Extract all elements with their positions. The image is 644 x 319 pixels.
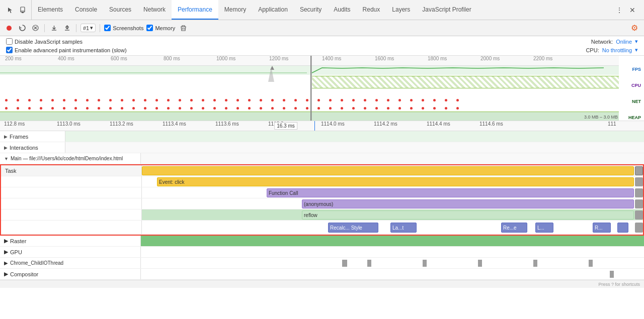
tab-security[interactable]: Security: [294, 0, 328, 20]
chrome-childio-arrow[interactable]: ▶: [4, 260, 8, 266]
tab-network[interactable]: Network: [137, 0, 172, 20]
main-label[interactable]: ▼ Main — file:///Users/klx/code/htmlDemo…: [0, 153, 141, 164]
upload-button[interactable]: [49, 23, 59, 33]
tab-layers[interactable]: Layers: [386, 0, 416, 20]
settings-gear-icon[interactable]: ⚙: [629, 23, 640, 34]
profile-selector[interactable]: #1 ▾: [80, 24, 96, 32]
tab-memory[interactable]: Memory: [218, 0, 252, 20]
cpu-dropdown-arrow[interactable]: ▾: [635, 47, 638, 53]
dot-26: [294, 99, 297, 101]
cursor-icon[interactable]: [6, 6, 15, 15]
frames-arrow[interactable]: ▶: [4, 134, 8, 139]
device-icon[interactable]: [18, 6, 27, 15]
task-section: Task Event: click Functi: [0, 164, 644, 236]
gpu-arrow[interactable]: ▶: [4, 249, 8, 255]
tab-elements[interactable]: Elements: [32, 0, 69, 20]
ruler-600: 600 ms: [111, 56, 127, 61]
options-right-1: Network: Online ▾: [591, 38, 638, 45]
tab-js-profiler[interactable]: JavaScript Profiler: [416, 0, 477, 20]
tab-application[interactable]: Application: [252, 0, 294, 20]
anonymous-grey[interactable]: [635, 199, 643, 208]
tab-redux[interactable]: Redux: [357, 0, 386, 20]
raster-arrow[interactable]: ▶: [4, 238, 8, 244]
anonymous-label: [1, 198, 142, 209]
tab-sources[interactable]: Sources: [103, 0, 137, 20]
dot2-25: [283, 107, 285, 110]
raster-row: ▶ Raster: [0, 236, 644, 247]
interactions-text: Interactions: [10, 145, 38, 151]
dot2-4: [40, 107, 42, 110]
layout-block-3[interactable]: L...: [535, 223, 553, 233]
recalc-row: Recalc... Style La...t Re...e L... R...: [1, 221, 643, 235]
task-block[interactable]: [142, 166, 634, 175]
reload-record-button[interactable]: [17, 23, 27, 33]
gpu-label[interactable]: ▶ GPU: [0, 247, 141, 257]
event-click-block[interactable]: Event: click: [157, 177, 634, 186]
clear-recordings-button[interactable]: [178, 23, 188, 33]
anonymous-block[interactable]: (anonymous): [302, 199, 634, 208]
frames-label[interactable]: ▶ Frames: [0, 131, 65, 142]
detail-ruler-inner: 112.8 ms 1113.0 ms 1113.2 ms 1113.4 ms 1…: [4, 121, 640, 131]
dot-24: [271, 99, 274, 101]
enable-paint-checkbox[interactable]: [6, 47, 13, 53]
dots-row-2: [0, 105, 619, 111]
record-button[interactable]: [4, 23, 14, 33]
recalc-style-block[interactable]: Recalc... Style: [328, 223, 378, 233]
layout-block-1[interactable]: La...t: [390, 223, 417, 233]
network-dropdown-arrow[interactable]: ▾: [635, 38, 638, 45]
layout-block-4[interactable]: R...: [593, 223, 611, 233]
function-call-block[interactable]: Function Call: [267, 188, 634, 197]
anonymous-row: (anonymous): [1, 198, 643, 209]
profile-label: #1: [83, 25, 89, 31]
task-right-grey[interactable]: [635, 223, 643, 233]
screenshots-checkbox-label[interactable]: Screenshots: [104, 25, 143, 31]
compositor-label[interactable]: ▶ Compositor: [0, 269, 141, 279]
tab-audits[interactable]: Audits: [328, 0, 356, 20]
interactions-label[interactable]: ▶ Interactions: [0, 142, 65, 153]
clear-button[interactable]: [30, 23, 40, 33]
ruler-1800: 1800 ms: [428, 56, 447, 61]
fps-label: FPS: [621, 67, 642, 72]
small-purple-1[interactable]: [617, 223, 628, 233]
options-bar: Disable JavaScript samples Network: Onli…: [0, 36, 644, 56]
dot-7: [74, 99, 77, 101]
memory-checkbox-label[interactable]: Memory: [146, 25, 175, 31]
compositor-arrow[interactable]: ▶: [4, 271, 8, 277]
main-row: ▼ Main — file:///Users/klx/code/htmlDemo…: [0, 153, 644, 164]
dot2-30: [341, 107, 343, 110]
layout-block-2[interactable]: Re...e: [501, 223, 527, 233]
tab-performance[interactable]: Performance: [172, 0, 218, 20]
dot2-13: [144, 107, 146, 110]
interactions-arrow[interactable]: ▶: [4, 145, 8, 150]
raster-label[interactable]: ▶ Raster: [0, 236, 141, 246]
dot-10: [109, 99, 112, 101]
more-tabs-icon[interactable]: ⋮: [614, 5, 625, 16]
tab-console[interactable]: Console: [69, 0, 103, 20]
dot-30: [341, 99, 343, 101]
reflow-label: [1, 209, 142, 220]
reflow-content: reflow: [142, 209, 643, 220]
heap-info: 3.0 MB – 3.0 MB: [584, 115, 618, 120]
reflow-grey[interactable]: [635, 210, 643, 220]
enable-paint-label[interactable]: Enable advanced paint instrumentation (s…: [6, 47, 127, 53]
event-click-grey[interactable]: [635, 177, 643, 186]
function-call-grey[interactable]: [635, 188, 643, 197]
main-arrow[interactable]: ▼: [4, 156, 9, 161]
svg-rect-1: [22, 12, 24, 13]
options-right-2: CPU: No throttling ▾: [586, 47, 638, 53]
options-row-2: Enable advanced paint instrumentation (s…: [6, 47, 638, 53]
chrome-childio-label[interactable]: ▶ Chrome_ChildIOThread: [0, 258, 141, 268]
download-button[interactable]: [62, 23, 72, 33]
dot2-32: [364, 107, 366, 110]
dot2-35: [398, 107, 401, 110]
dot2-9: [98, 107, 100, 110]
disable-js-label[interactable]: Disable JavaScript samples: [6, 38, 83, 45]
close-devtools-icon[interactable]: ✕: [627, 5, 638, 16]
disable-js-checkbox[interactable]: [6, 38, 13, 45]
heap-label-right: HEAP: [621, 115, 642, 120]
status-text: Press ? for shortcuts: [598, 282, 640, 287]
task-grey-block[interactable]: [635, 166, 643, 175]
reflow-block[interactable]: reflow: [302, 210, 634, 220]
memory-checkbox[interactable]: [146, 25, 153, 31]
screenshots-checkbox[interactable]: [104, 25, 111, 31]
